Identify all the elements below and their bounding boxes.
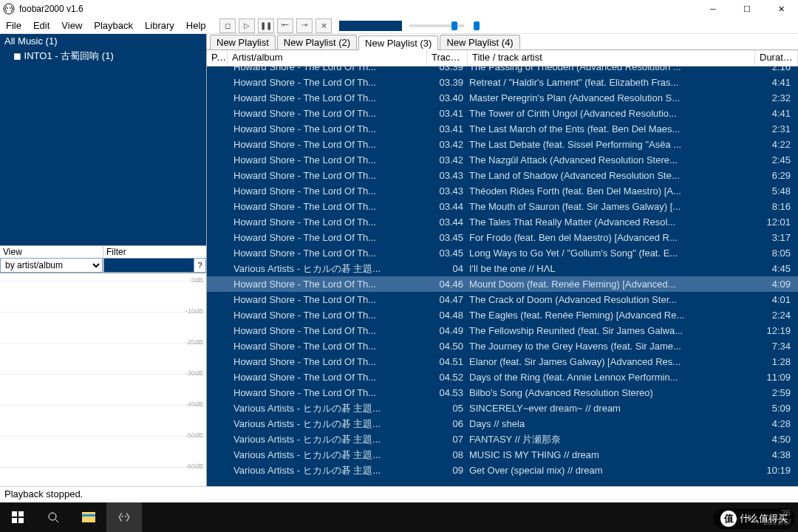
menu-help[interactable]: Help [180, 18, 212, 33]
taskbar[interactable]: ︿ ▮▯ 262021/6/ [0, 502, 798, 532]
svg-rect-7 [82, 512, 95, 522]
play-button[interactable]: ▷ [239, 18, 255, 33]
next-button[interactable]: ⭲ [296, 18, 313, 33]
db-label: -30dB [185, 369, 203, 377]
tree-item[interactable]: All Music (1) [0, 34, 206, 48]
watermark-overlay: 值 什么值得买 [713, 508, 795, 529]
stop-button[interactable]: ◻ [219, 18, 236, 33]
maximize-button[interactable]: ☐ [730, 0, 764, 18]
library-tree[interactable]: All Music (1)◼ INTO1 - 古蜀回响 (1) [0, 34, 206, 245]
menu-view[interactable]: View [55, 18, 88, 33]
svg-point-10 [125, 516, 126, 517]
playlist-tab[interactable]: New Playlist (3) [358, 35, 438, 50]
watermark-text: 什么值得买 [740, 512, 788, 525]
track-row[interactable]: Howard Shore - The Lord Of Th...03.45For… [207, 230, 798, 245]
track-row[interactable]: Howard Shore - The Lord Of Th...03.41The… [207, 121, 798, 137]
menu-edit[interactable]: Edit [27, 18, 55, 33]
svg-rect-8 [82, 514, 95, 516]
pause-button[interactable]: ❚❚ [258, 18, 274, 33]
track-row[interactable]: Various Artists - ヒカルの碁 主題...08MUSIC IS … [207, 447, 798, 463]
foobar-taskbar-icon[interactable] [106, 502, 142, 532]
close-button[interactable]: ✕ [764, 0, 798, 18]
status-bar: Playback stopped. [0, 486, 798, 502]
col-playing[interactable]: P... [207, 50, 228, 66]
track-row[interactable]: Howard Shore - The Lord Of Th...04.51Ela… [207, 354, 798, 369]
prev-button[interactable]: ⭰ [277, 18, 293, 33]
view-label: View [0, 246, 103, 258]
view-select[interactable]: by artist/album [0, 258, 103, 273]
track-row[interactable]: Various Artists - ヒカルの碁 主題...05SINCERELY… [207, 400, 798, 416]
db-label: -40dB [185, 400, 203, 408]
db-label: -60dB [185, 463, 203, 470]
svg-point-5 [49, 513, 56, 520]
track-row[interactable]: Howard Shore - The Lord Of Th...03.44The… [207, 199, 798, 214]
track-row[interactable]: Howard Shore - The Lord Of Th...03.43The… [207, 168, 798, 183]
start-button[interactable] [0, 502, 35, 532]
explorer-icon[interactable] [71, 502, 106, 532]
playlist-tab[interactable]: New Playlist [210, 35, 276, 50]
col-title[interactable]: Title / track artist [468, 50, 755, 66]
svg-point-9 [122, 516, 123, 517]
svg-rect-1 [12, 511, 17, 516]
random-button[interactable]: ⤨ [316, 18, 332, 33]
window-title: foobar2000 v1.6 [19, 4, 83, 14]
col-artist[interactable]: Artist/album [228, 50, 427, 66]
window-titlebar: foobar2000 v1.6 ─ ☐ ✕ [0, 0, 798, 18]
track-row[interactable]: Howard Shore - The Lord Of Th...03.43Thé… [207, 183, 798, 199]
svg-rect-2 [18, 511, 24, 516]
filter-input[interactable] [103, 258, 194, 273]
track-row[interactable]: Howard Shore - The Lord Of Th...04.48The… [207, 307, 798, 323]
track-row[interactable]: Howard Shore - The Lord Of Th...03.41The… [207, 106, 798, 121]
track-row[interactable]: Howard Shore - The Lord Of Th...03.44The… [207, 214, 798, 230]
left-pane: All Music (1)◼ INTO1 - 古蜀回响 (1) View by … [0, 34, 207, 486]
minimize-button[interactable]: ─ [696, 0, 730, 18]
track-row[interactable]: Howard Shore - The Lord Of Th...03.39The… [207, 66, 798, 75]
track-row[interactable]: Howard Shore - The Lord Of Th...03.42The… [207, 137, 798, 152]
column-header[interactable]: P... Artist/album Track no Title / track… [207, 50, 798, 66]
vu-meter: 0dB-10dB-20dB-30dB-40dB-50dB-60dB [0, 273, 206, 486]
volume-slider[interactable] [409, 24, 464, 27]
seek-bar[interactable] [339, 21, 402, 31]
playlist-tab[interactable]: New Playlist (4) [440, 35, 519, 50]
track-row[interactable]: Howard Shore - The Lord Of Th...03.39Ret… [207, 75, 798, 90]
toolbar: ◻ ▷ ❚❚ ⭰ ⭲ ⤨ [219, 18, 479, 33]
menu-file[interactable]: File [0, 18, 27, 33]
track-list[interactable]: Howard Shore - The Lord Of Th...03.39The… [207, 66, 798, 486]
db-label: 0dB [191, 276, 203, 284]
svg-rect-4 [18, 518, 24, 523]
db-label: -10dB [185, 307, 203, 315]
col-duration[interactable]: Durati... [755, 50, 798, 66]
tree-item[interactable]: ◼ INTO1 - 古蜀回响 (1) [0, 48, 206, 64]
playlist-tab[interactable]: New Playlist (2) [277, 35, 357, 50]
track-row[interactable]: Howard Shore - The Lord Of Th...04.52Day… [207, 369, 798, 385]
track-row[interactable]: Howard Shore - The Lord Of Th...03.42The… [207, 152, 798, 168]
menubar: FileEditViewPlaybackLibraryHelp ◻ ▷ ❚❚ ⭰… [0, 18, 798, 34]
col-trackno[interactable]: Track no [427, 50, 468, 66]
filter-label: Filter [103, 246, 206, 258]
svg-line-6 [55, 519, 58, 522]
playlist-tabs: New PlaylistNew Playlist (2)New Playlist… [207, 34, 798, 50]
track-row[interactable]: Howard Shore - The Lord Of Th...03.45Lon… [207, 245, 798, 261]
track-row[interactable]: Howard Shore - The Lord Of Th...04.47The… [207, 292, 798, 307]
track-row[interactable]: Howard Shore - The Lord Of Th...04.50The… [207, 338, 798, 354]
menu-playback[interactable]: Playback [88, 18, 139, 33]
search-icon[interactable] [35, 502, 71, 532]
watermark-badge: 值 [720, 511, 737, 527]
track-row[interactable]: Various Artists - ヒカルの碁 主題...07FANTASY /… [207, 432, 798, 447]
track-row[interactable]: Howard Shore - The Lord Of Th...04.49The… [207, 323, 798, 338]
track-row[interactable]: Howard Shore - The Lord Of Th...03.40Mas… [207, 90, 798, 106]
db-label: -20dB [185, 338, 203, 346]
right-pane: New PlaylistNew Playlist (2)New Playlist… [207, 34, 798, 486]
track-row[interactable]: Howard Shore - The Lord Of Th...04.46Mou… [207, 276, 798, 292]
db-label: -50dB [185, 432, 203, 439]
track-row[interactable]: Howard Shore - The Lord Of Th...04.53Bil… [207, 385, 798, 400]
foobar-logo-icon [3, 3, 15, 15]
track-row[interactable]: Various Artists - ヒカルの碁 主題...06Days // s… [207, 416, 798, 432]
svg-rect-3 [12, 518, 17, 523]
menu-library[interactable]: Library [139, 18, 180, 33]
filter-help-button[interactable]: ? [194, 258, 206, 273]
track-row[interactable]: Various Artists - ヒカルの碁 主題...04I'll be t… [207, 261, 798, 276]
track-row[interactable]: Various Artists - ヒカルの碁 主題...09Get Over … [207, 463, 798, 478]
